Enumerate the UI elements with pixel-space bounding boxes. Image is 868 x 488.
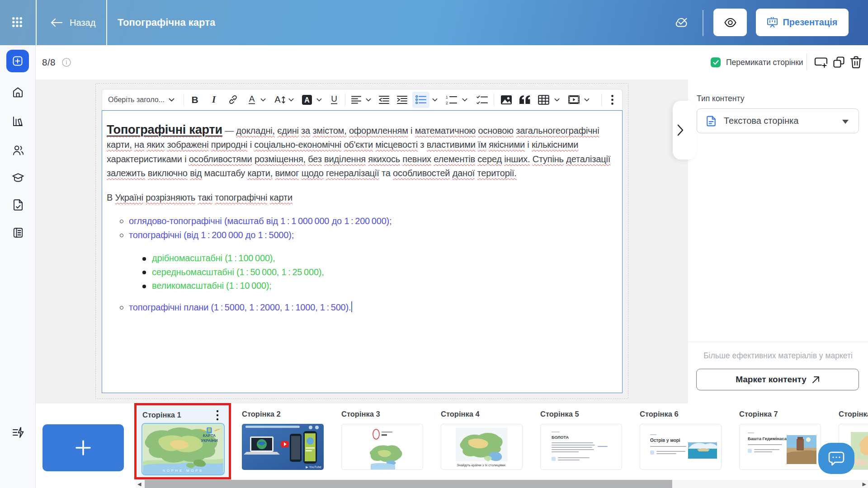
- svg-text:▶ YouTube: ▶ YouTube: [306, 465, 321, 469]
- svg-text:A: A: [304, 96, 310, 104]
- svg-text:1: 1: [446, 95, 448, 99]
- svg-text:A: A: [274, 95, 281, 104]
- svg-text:УКРАЇНИ: УКРАЇНИ: [201, 438, 218, 443]
- svg-text:A: A: [249, 95, 255, 103]
- svg-text:2: 2: [446, 101, 448, 104]
- svg-text:U: U: [331, 94, 337, 103]
- svg-text:ЧОРНЕ МОРЕ: ЧОРНЕ МОРЕ: [163, 469, 204, 473]
- svg-text:Знайдіть країни з їх столицями: Знайдіть країни з їх столицями.: [457, 463, 506, 467]
- svg-text:КАРТА: КАРТА: [203, 433, 216, 438]
